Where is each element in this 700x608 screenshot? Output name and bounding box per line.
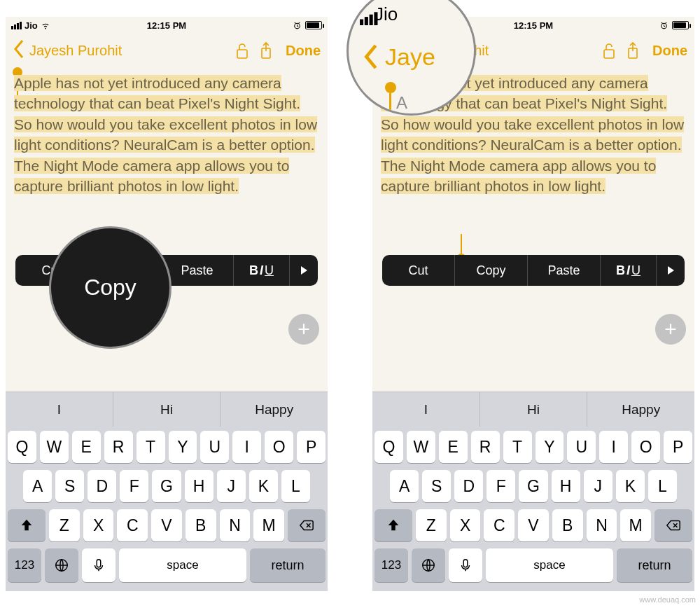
return-key[interactable]: return	[250, 548, 326, 582]
dictation-key[interactable]	[449, 548, 482, 582]
key-n[interactable]: N	[587, 509, 617, 541]
key-w[interactable]: W	[407, 431, 435, 463]
key-x[interactable]: X	[83, 509, 114, 541]
backspace-key[interactable]	[654, 509, 692, 541]
key-h[interactable]: H	[185, 470, 214, 502]
key-m[interactable]: M	[253, 509, 284, 541]
return-key[interactable]: return	[617, 548, 692, 582]
share-icon[interactable]	[256, 41, 276, 60]
paste-menu-item[interactable]: Paste	[528, 255, 601, 286]
key-s[interactable]: S	[422, 470, 451, 502]
shift-key[interactable]	[374, 509, 412, 541]
key-s[interactable]: S	[55, 470, 84, 502]
suggestion-1[interactable]: I	[372, 392, 480, 427]
cut-menu-item[interactable]: Cut	[382, 255, 455, 286]
key-x[interactable]: X	[450, 509, 481, 541]
key-a[interactable]: A	[390, 470, 419, 502]
done-button[interactable]: Done	[652, 43, 687, 59]
key-e[interactable]: E	[439, 431, 468, 463]
key-v[interactable]: V	[518, 509, 549, 541]
format-biu-menu-item[interactable]: BIU	[234, 255, 290, 286]
space-key[interactable]: space	[486, 548, 613, 582]
more-menu-item[interactable]	[290, 255, 318, 286]
space-key[interactable]: space	[119, 548, 246, 582]
note-body[interactable]: Apple has not yet introduced any camera …	[6, 67, 328, 392]
globe-key[interactable]	[412, 548, 445, 582]
selected-text[interactable]: Apple has not yet introduced any camera …	[381, 75, 684, 194]
key-o[interactable]: O	[265, 431, 293, 463]
key-i[interactable]: I	[232, 431, 261, 463]
key-j[interactable]: J	[584, 470, 612, 502]
key-l[interactable]: L	[648, 470, 677, 502]
key-b[interactable]: B	[186, 509, 216, 541]
key-j[interactable]: J	[217, 470, 246, 502]
paste-menu-item[interactable]: Paste	[161, 255, 234, 286]
key-g[interactable]: G	[152, 470, 181, 502]
selected-text[interactable]: Apple has not yet introduced any camera …	[14, 75, 317, 194]
key-u[interactable]: U	[200, 431, 229, 463]
suggestion-3[interactable]: Happy	[220, 392, 328, 427]
key-d[interactable]: D	[88, 470, 116, 502]
numbers-key[interactable]: 123	[374, 548, 408, 582]
key-b[interactable]: B	[552, 509, 583, 541]
key-z[interactable]: Z	[416, 509, 447, 541]
share-icon[interactable]	[623, 41, 643, 60]
key-v[interactable]: V	[151, 509, 182, 541]
globe-key[interactable]	[45, 548, 78, 582]
key-n[interactable]: N	[220, 509, 251, 541]
suggestion-1[interactable]: I	[6, 392, 113, 427]
suggestion-2[interactable]: Hi	[480, 392, 588, 427]
done-button[interactable]: Done	[286, 43, 321, 59]
numbers-key[interactable]: 123	[8, 548, 41, 582]
key-e[interactable]: E	[72, 431, 101, 463]
suggestion-2[interactable]: Hi	[113, 392, 221, 427]
add-attachment-button[interactable]: +	[655, 314, 686, 345]
key-h[interactable]: H	[552, 470, 580, 502]
key-f[interactable]: F	[120, 470, 148, 502]
key-m[interactable]: M	[620, 509, 651, 541]
key-y[interactable]: Y	[169, 431, 197, 463]
key-f[interactable]: F	[486, 470, 515, 502]
key-w[interactable]: W	[40, 431, 69, 463]
key-l[interactable]: L	[281, 470, 310, 502]
cut-menu-item[interactable]: Cut	[15, 255, 88, 286]
key-i[interactable]: I	[599, 431, 628, 463]
cellular-signal-icon	[11, 22, 22, 29]
format-biu-menu-item[interactable]: BIU	[601, 255, 657, 286]
lock-icon[interactable]	[599, 41, 619, 60]
back-button-label[interactable]: Jayesh Purohit	[29, 43, 122, 59]
key-a[interactable]: A	[23, 470, 52, 502]
key-r[interactable]: R	[471, 431, 500, 463]
key-q[interactable]: Q	[374, 431, 403, 463]
lock-icon[interactable]	[232, 41, 252, 60]
copy-menu-item[interactable]: Copy	[455, 255, 528, 286]
key-q[interactable]: Q	[8, 431, 36, 463]
key-y[interactable]: Y	[536, 431, 564, 463]
key-c[interactable]: C	[117, 509, 148, 541]
more-menu-item[interactable]	[657, 255, 685, 286]
key-p[interactable]: P	[297, 431, 326, 463]
key-u[interactable]: U	[567, 431, 596, 463]
copy-menu-item[interactable]: Copy	[88, 255, 161, 286]
shift-key[interactable]	[8, 509, 46, 541]
back-chevron-icon[interactable]	[13, 39, 25, 62]
key-z[interactable]: Z	[49, 509, 80, 541]
key-t[interactable]: T	[136, 431, 165, 463]
dictation-key[interactable]	[82, 548, 115, 582]
key-k[interactable]: K	[249, 470, 278, 502]
key-g[interactable]: G	[519, 470, 547, 502]
note-body[interactable]: Apple has not yet introduced any camera …	[372, 67, 694, 392]
key-p[interactable]: P	[664, 431, 692, 463]
back-button-label[interactable]: Jayesh Purohit	[396, 43, 489, 59]
key-r[interactable]: R	[104, 431, 133, 463]
phone-screenshot-left: Jio 12:15 PM Jayesh Purohit Done Apple h…	[6, 17, 328, 591]
key-k[interactable]: K	[616, 470, 645, 502]
key-o[interactable]: O	[631, 431, 660, 463]
suggestion-3[interactable]: Happy	[587, 392, 694, 427]
key-t[interactable]: T	[503, 431, 532, 463]
key-d[interactable]: D	[454, 470, 483, 502]
add-attachment-button[interactable]: +	[288, 314, 319, 345]
back-chevron-icon[interactable]	[379, 39, 392, 62]
backspace-key[interactable]	[288, 509, 326, 541]
key-c[interactable]: C	[484, 509, 514, 541]
